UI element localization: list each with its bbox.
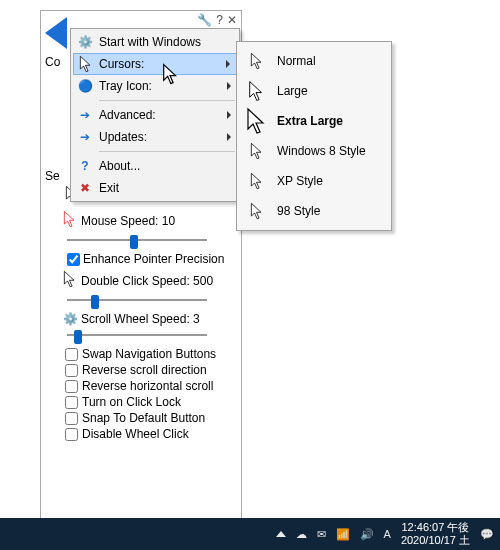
cursor-icon [77,56,93,72]
exit-icon: ✖ [77,180,93,196]
menu-label: About... [99,159,140,173]
double-click-label: Double Click Speed: 500 [81,274,213,288]
menu-label: Tray Icon: [99,79,152,93]
settings-gear-icon: ⚙️ [63,312,77,326]
submenu-label: Normal [277,54,316,68]
menu-label: Exit [99,181,119,195]
cursor-icon [245,172,267,190]
mouse-speed-label: Mouse Speed: 10 [81,214,175,228]
menu-start-with-windows[interactable]: ⚙️ Start with Windows [73,31,237,53]
submenu-item-98[interactable]: 98 Style [239,196,389,226]
scroll-wheel-slider[interactable] [67,327,207,343]
reverse-hscroll-label: Reverse horizontal scroll [82,379,213,393]
cursor-icon [63,270,77,291]
menu-tray-icon[interactable]: 🔵 Tray Icon: [73,75,237,97]
close-icon[interactable]: ✕ [227,13,237,27]
snap-default-label: Snap To Default Button [82,411,205,425]
cursors-submenu: Normal Large Extra Large Windows 8 Style… [236,41,392,231]
swap-nav-checkbox[interactable] [65,348,78,361]
submenu-item-large[interactable]: Large [239,76,389,106]
menu-label: Advanced: [99,108,156,122]
tray-overflow-icon[interactable] [276,531,286,537]
menu-label: Start with Windows [99,35,201,49]
enhance-pointer-checkbox[interactable] [67,253,80,266]
submenu-label: Extra Large [277,114,343,128]
settings-panel: Mirror Cursors Mouse Speed: 10 Enhance P… [41,183,241,521]
submenu-label: Windows 8 Style [277,144,366,158]
menu-advanced[interactable]: ➔ Advanced: [73,104,237,126]
submenu-label: XP Style [277,174,323,188]
cursor-icon [245,142,267,160]
tray-icon: 🔵 [77,78,93,94]
context-menu: ⚙️ Start with Windows Cursors: 🔵 Tray Ic… [70,28,240,202]
disable-wheel-checkbox[interactable] [65,428,78,441]
cursor-red-icon [63,210,77,231]
menu-separator [99,151,235,152]
reverse-scroll-checkbox[interactable] [65,364,78,377]
menu-label: Updates: [99,130,147,144]
snap-default-checkbox[interactable] [65,412,78,425]
gear-icon: ⚙️ [77,34,93,50]
help-icon: ? [77,158,93,174]
taskbar-time: 12:46:07 午後 [401,521,470,534]
taskbar-clock[interactable]: 12:46:07 午後 2020/10/17 土 [401,521,470,547]
double-click-slider[interactable] [67,292,207,308]
arrow-right-icon: ➔ [77,129,93,145]
onedrive-icon[interactable]: ☁ [296,528,307,541]
cursor-icon [245,80,267,102]
scroll-wheel-label: Scroll Wheel Speed: 3 [81,312,200,326]
disable-wheel-label: Disable Wheel Click [82,427,189,441]
submenu-item-xp[interactable]: XP Style [239,166,389,196]
submenu-item-win8[interactable]: Windows 8 Style [239,136,389,166]
submenu-item-extra-large[interactable]: Extra Large [239,106,389,136]
submenu-label: Large [277,84,308,98]
section-se-label: Se [45,169,60,183]
menu-about[interactable]: ? About... [73,155,237,177]
volume-icon[interactable]: 🔊 [360,528,374,541]
swap-nav-label: Swap Navigation Buttons [82,347,216,361]
submenu-arrow-icon [226,60,230,68]
reverse-hscroll-checkbox[interactable] [65,380,78,393]
click-lock-checkbox[interactable] [65,396,78,409]
mouse-speed-slider[interactable] [67,232,207,248]
submenu-arrow-icon [227,82,231,90]
menu-cursors[interactable]: Cursors: [73,53,237,75]
taskbar-date: 2020/10/17 土 [401,534,470,547]
action-center-icon[interactable]: 💬 [480,528,494,541]
arrow-right-icon: ➔ [77,107,93,123]
menu-separator [99,100,235,101]
menu-exit[interactable]: ✖ Exit [73,177,237,199]
cursor-icon [245,202,267,220]
wrench-icon[interactable]: 🔧 [197,13,212,27]
submenu-arrow-icon [227,111,231,119]
submenu-label: 98 Style [277,204,320,218]
menu-label: Cursors: [99,57,144,71]
window-controls: 🔧 ? ✕ [197,13,237,27]
taskbar: ☁ ✉ 📶 🔊 A 12:46:07 午後 2020/10/17 土 💬 [0,518,500,550]
cursor-icon [245,52,267,70]
section-co-label: Co [45,55,60,69]
enhance-pointer-label: Enhance Pointer Precision [83,252,224,266]
network-icon[interactable]: 📶 [336,528,350,541]
click-lock-label: Turn on Click Lock [82,395,181,409]
ime-indicator[interactable]: A [384,528,391,540]
submenu-arrow-icon [227,133,231,141]
help-icon[interactable]: ? [216,13,223,27]
reverse-scroll-label: Reverse scroll direction [82,363,207,377]
mail-icon[interactable]: ✉ [317,528,326,541]
menu-updates[interactable]: ➔ Updates: [73,126,237,148]
cursor-icon [245,107,267,135]
submenu-item-normal[interactable]: Normal [239,46,389,76]
back-arrow-icon[interactable] [45,17,67,49]
